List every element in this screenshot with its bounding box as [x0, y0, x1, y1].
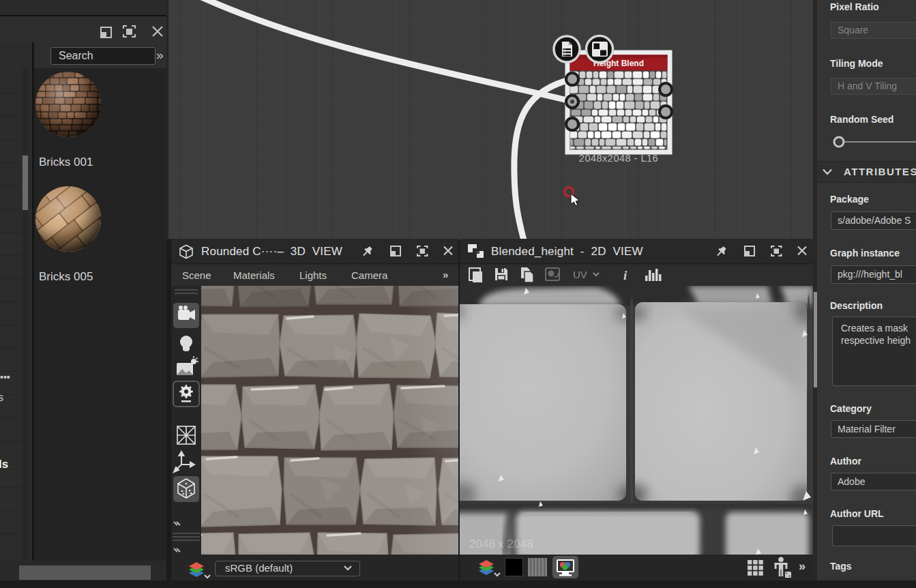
svg-text:2048x2048 - L16: 2048x2048 - L16: [579, 153, 658, 164]
svg-text:i: i: [623, 268, 627, 282]
svg-text:UV: UV: [573, 269, 587, 280]
svg-text:2048 x 2048: 2048 x 2048: [469, 538, 533, 550]
